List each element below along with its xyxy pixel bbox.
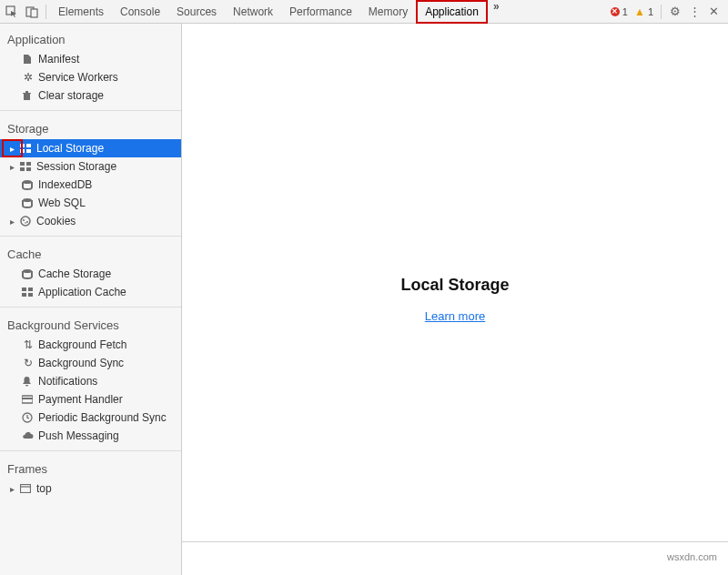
tab-sources[interactable]: Sources xyxy=(168,0,225,24)
sidebar-item-local-storage[interactable]: ▸ Local Storage xyxy=(0,139,181,157)
expand-triangle-icon[interactable]: ▸ xyxy=(7,144,16,154)
sidebar-item-notifications[interactable]: Notifications xyxy=(0,372,181,390)
svg-rect-9 xyxy=(20,167,25,171)
main-panel: Local Storage Learn more wsxdn.com xyxy=(182,24,728,575)
cookie-icon xyxy=(20,216,33,227)
separator xyxy=(46,5,46,19)
sidebar-item-label: Periodic Background Sync xyxy=(38,411,167,424)
svg-rect-18 xyxy=(22,288,26,291)
sidebar-item-clear-storage[interactable]: Clear storage xyxy=(0,86,181,105)
sidebar-item-frame-top[interactable]: ▸ top xyxy=(0,479,181,498)
sidebar-item-label: Session Storage xyxy=(36,160,116,173)
sidebar-item-label: Manifest xyxy=(38,53,79,66)
sidebar-item-background-fetch[interactable]: ⇅ Background Fetch xyxy=(0,336,181,354)
svg-rect-21 xyxy=(28,293,33,297)
svg-point-13 xyxy=(21,217,30,226)
sidebar-item-label: Background Fetch xyxy=(38,338,126,351)
svg-rect-19 xyxy=(28,288,33,291)
tab-memory[interactable]: Memory xyxy=(360,0,416,24)
svg-rect-4 xyxy=(26,144,31,147)
separator xyxy=(0,236,181,237)
svg-rect-10 xyxy=(26,167,31,171)
sidebar-item-cookies[interactable]: ▸ Cookies xyxy=(0,212,181,230)
device-toggle-icon[interactable] xyxy=(22,2,42,22)
svg-rect-3 xyxy=(20,144,25,147)
svg-rect-5 xyxy=(20,149,25,153)
transfer-icon: ⇅ xyxy=(22,338,35,351)
separator xyxy=(0,307,181,308)
warning-indicator[interactable]: ▲ 1 xyxy=(632,5,656,18)
error-indicator[interactable]: ✕ 1 xyxy=(608,6,631,17)
sidebar-item-payment-handler[interactable]: Payment Handler xyxy=(0,390,181,409)
sync-icon: ↻ xyxy=(22,357,35,369)
svg-rect-20 xyxy=(22,293,26,297)
sidebar-item-label: Cache Storage xyxy=(38,267,111,280)
svg-rect-23 xyxy=(22,398,33,399)
application-sidebar: Application Manifest ✲ Service Workers C… xyxy=(0,24,182,575)
learn-more-link[interactable]: Learn more xyxy=(425,309,485,323)
svg-point-14 xyxy=(23,219,25,221)
frame-icon xyxy=(20,484,33,493)
sidebar-item-label: top xyxy=(36,482,52,495)
sidebar-item-indexeddb[interactable]: IndexedDB xyxy=(0,176,181,194)
section-title-background-services: Background Services xyxy=(0,313,181,336)
tab-network[interactable]: Network xyxy=(225,0,281,24)
clock-icon xyxy=(22,412,35,423)
tab-console[interactable]: Console xyxy=(112,0,168,24)
panel-heading: Local Storage xyxy=(400,276,509,295)
svg-point-15 xyxy=(26,221,28,223)
sidebar-item-label: Clear storage xyxy=(38,89,104,102)
sidebar-item-cache-storage[interactable]: Cache Storage xyxy=(0,265,181,283)
sidebar-item-label: Payment Handler xyxy=(38,393,123,406)
expand-triangle-icon[interactable]: ▸ xyxy=(7,217,16,227)
sidebar-item-manifest[interactable]: Manifest xyxy=(0,50,181,68)
sidebar-item-session-storage[interactable]: ▸ Session Storage xyxy=(0,157,181,176)
svg-point-12 xyxy=(23,198,32,202)
tab-elements[interactable]: Elements xyxy=(50,0,112,24)
error-icon: ✕ xyxy=(611,7,620,16)
inspect-element-icon[interactable] xyxy=(2,2,22,22)
sidebar-item-push-messaging[interactable]: Push Messaging xyxy=(0,427,181,445)
sidebar-item-label: IndexedDB xyxy=(38,178,92,191)
database-icon xyxy=(22,197,35,208)
error-count: 1 xyxy=(622,6,628,17)
sidebar-item-service-workers[interactable]: ✲ Service Workers xyxy=(0,68,181,86)
cloud-icon xyxy=(22,431,35,440)
settings-icon[interactable]: ⚙ xyxy=(666,5,684,18)
sidebar-item-periodic-background-sync[interactable]: Periodic Background Sync xyxy=(0,409,181,427)
watermark-text: wsxdn.com xyxy=(667,551,717,562)
tab-application[interactable]: Application xyxy=(416,0,488,24)
sidebar-item-label: Service Workers xyxy=(38,71,118,84)
sidebar-item-label: Web SQL xyxy=(38,197,86,209)
card-icon xyxy=(22,395,35,404)
devtools-toolbar: Elements Console Sources Network Perform… xyxy=(0,0,728,24)
section-title-cache: Cache xyxy=(0,242,181,265)
expand-triangle-icon[interactable]: ▸ xyxy=(7,162,16,172)
grid-icon xyxy=(22,288,35,297)
panel-tabs: Elements Console Sources Network Perform… xyxy=(50,0,505,24)
section-title-frames: Frames xyxy=(0,457,181,479)
sidebar-item-label: Notifications xyxy=(38,375,97,388)
database-icon xyxy=(22,268,35,279)
grid-icon xyxy=(20,162,33,171)
more-menu-icon[interactable]: ⋮ xyxy=(685,5,703,18)
sidebar-item-application-cache[interactable]: Application Cache xyxy=(0,283,181,301)
separator xyxy=(661,5,662,19)
database-icon xyxy=(22,179,35,190)
svg-point-17 xyxy=(23,269,32,273)
tabs-overflow-icon[interactable]: » xyxy=(488,0,505,24)
bell-icon xyxy=(22,376,35,387)
expand-triangle-icon[interactable]: ▸ xyxy=(7,484,16,494)
sidebar-item-label: Local Storage xyxy=(36,142,104,155)
tab-performance[interactable]: Performance xyxy=(281,0,360,24)
sidebar-item-web-sql[interactable]: Web SQL xyxy=(0,194,181,212)
svg-point-11 xyxy=(23,180,32,184)
sidebar-item-label: Push Messaging xyxy=(38,429,119,442)
sidebar-item-background-sync[interactable]: ↻ Background Sync xyxy=(0,354,181,372)
close-devtools-icon[interactable]: ✕ xyxy=(704,5,723,18)
svg-rect-6 xyxy=(26,149,31,153)
warning-icon: ▲ xyxy=(634,5,645,18)
sidebar-item-label: Background Sync xyxy=(38,357,124,369)
sidebar-item-label: Cookies xyxy=(36,215,76,227)
warning-count: 1 xyxy=(648,6,653,17)
